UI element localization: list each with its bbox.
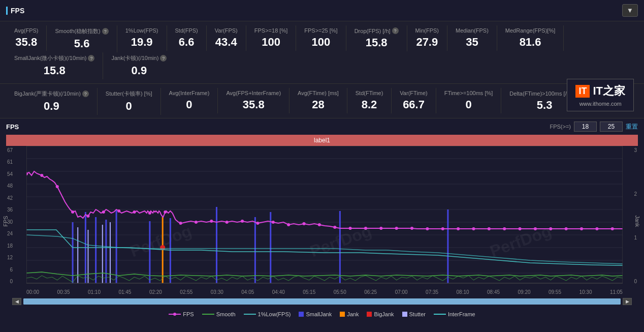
info-icon-bigjank[interactable]: ? (82, 90, 89, 97)
y-left-label: 0 (7, 279, 13, 284)
stat-label-min-fps: Min(FPS) (415, 27, 439, 34)
x-axis-label: 02:20 (149, 289, 162, 295)
svg-point-41 (472, 227, 475, 230)
info-icon-drop-fps[interactable]: ? (392, 27, 399, 34)
y-left-label: 42 (7, 195, 13, 201)
svg-point-49 (595, 227, 598, 230)
info-icon-smalljank[interactable]: ? (88, 55, 94, 62)
legend: FPSSmooth1%Low(FPS)SmallJankJankBigJankS… (0, 307, 644, 321)
stat-value-drop-fps: 15.8 (366, 36, 388, 49)
scroll-left-button[interactable]: ◀ (12, 298, 21, 305)
fps-chart-header: FPS FPS(>=) 重置 (0, 118, 644, 135)
chart-svg: PerfDog PerfDog PerfDog (26, 146, 623, 286)
svg-point-37 (410, 227, 413, 230)
stat-item-jank: Jank(卡顿)(/10min) ? 0.9 (103, 52, 175, 79)
y-left-label: 12 (7, 255, 13, 260)
stat-item-ftime100ms: FTime>=100ms [%] 0 (436, 88, 502, 113)
x-axis-label: 07:35 (426, 289, 438, 295)
svg-point-20 (148, 212, 151, 215)
stat-label-median-fps: Median(FPS) (456, 27, 489, 34)
legend-icon-smalljank-legend (299, 312, 304, 317)
stat-item-std-fps: Std(FPS) 6.6 (167, 25, 207, 51)
x-axis-label: 05:15 (303, 289, 315, 295)
stat-value-ftime100ms: 0 (465, 98, 471, 111)
stat-value-avg-interframe: 0 (186, 98, 192, 111)
stat-item-var-fps: Var(FPS) 43.4 (207, 25, 246, 51)
svg-point-53 (173, 313, 176, 316)
legend-icon-bigjank-legend (367, 312, 372, 317)
stats-section-1: Avg(FPS) 35.8Smooth(稳帧指数) ? 5.61%Low(FPS… (0, 21, 644, 84)
svg-rect-58 (367, 312, 372, 317)
svg-point-34 (364, 227, 367, 230)
svg-point-43 (503, 227, 506, 230)
x-axis-label: 01:10 (88, 289, 101, 295)
stat-label-var-fps: Var(FPS) (215, 27, 238, 34)
stat-item-min-fps: Min(FPS) 27.9 (407, 25, 447, 51)
legend-icon-stutter-legend (402, 312, 407, 317)
stat-value-smooth: 5.6 (74, 37, 90, 50)
x-axis-label: 08:10 (457, 289, 469, 295)
legend-item-bigjank-legend: BigJank (367, 311, 394, 317)
y-axis-title-right: Jank (634, 215, 640, 227)
stat-value-avg-fps: 35.8 (15, 36, 37, 49)
svg-point-14 (56, 185, 59, 188)
svg-point-33 (349, 227, 352, 230)
stat-value-medrange-fps: 81.6 (520, 36, 541, 49)
stat-label-ftime100ms: FTime>=100ms [%] (444, 90, 493, 96)
info-icon-jank[interactable]: ? (160, 55, 167, 62)
stats-row-2: BigJank(严重卡顿)(/10min) ? 0.9Stutter(卡顿率) … (6, 88, 638, 115)
x-axis-label: 08:45 (487, 289, 500, 295)
y-left-label: 54 (7, 171, 13, 177)
stat-value-median-fps: 35 (466, 36, 478, 49)
stat-item-delta-ftime: Delta(FTime)>100ms [/h] ? 5.3 (501, 88, 588, 114)
svg-point-47 (565, 227, 568, 230)
stat-value-var-ftime: 66.7 (403, 98, 425, 111)
stat-label-jank: Jank(卡顿)(/10min) ? (111, 54, 167, 62)
x-axis-label: 11:05 (610, 289, 623, 295)
svg-point-21 (164, 210, 167, 214)
fps18-input[interactable] (574, 122, 597, 132)
scrollbar-track[interactable] (23, 298, 621, 305)
reset-button[interactable]: 重置 (626, 123, 638, 131)
svg-point-42 (488, 227, 491, 230)
svg-point-50 (611, 227, 614, 230)
svg-point-32 (333, 226, 336, 229)
stat-value-jank: 0.9 (132, 64, 147, 77)
header-dropdown-button[interactable]: ▼ (622, 4, 638, 17)
stat-value-delta-ftime: 5.3 (537, 99, 553, 112)
x-axis-label: 00:00 (26, 289, 39, 295)
scrollbar-thumb[interactable] (23, 298, 621, 305)
svg-point-19 (133, 210, 136, 214)
legend-icon-fps-legend (169, 312, 181, 317)
svg-point-46 (549, 227, 552, 230)
x-axis-label: 04:05 (241, 289, 254, 295)
stat-label-smalljank: SmallJank(微小卡顿)(/10min) ? (14, 54, 94, 62)
fps25-input[interactable] (600, 122, 623, 132)
y-left-label: 48 (7, 183, 13, 189)
stat-label-bigjank: BigJank(严重卡顿)(/10min) ? (14, 90, 89, 98)
info-icon-delta-ftime[interactable]: ? (573, 90, 579, 97)
stat-item-std-ftime: Std(FTime) 8.2 (347, 88, 392, 113)
stat-label-avg-fps-interframe: Avg(FPS+InterFrame) (226, 90, 281, 96)
stat-value-stutter: 0 (126, 100, 132, 113)
info-icon-smooth[interactable]: ? (102, 28, 109, 35)
x-axis-label: 10:30 (579, 289, 592, 295)
stat-label-avg-ftime: Avg(FTime) [ms] (298, 90, 339, 96)
y-left-label: 24 (7, 231, 13, 236)
legend-label-jank-legend: Jank (347, 311, 359, 317)
x-axis-label: 07:00 (395, 289, 408, 295)
stat-item-median-fps: Median(FPS) 35 (447, 25, 497, 51)
x-axis: 00:0000:3501:1001:4502:2002:5503:3004:05… (26, 288, 623, 296)
svg-point-24 (210, 220, 213, 223)
chart-container: label1 6761544842363024181260 FPS 3210 J… (0, 135, 644, 307)
svg-point-36 (395, 227, 398, 230)
scroll-right-button[interactable]: ▶ (623, 298, 632, 305)
legend-item-interframe-legend: InterFrame (434, 311, 475, 317)
stat-label-fps18: FPS>=18 [%] (254, 27, 287, 34)
svg-point-40 (457, 227, 460, 230)
stat-item-stutter: Stutter(卡顿率) [%] 0 (98, 88, 161, 115)
legend-label-fps-legend: FPS (183, 311, 194, 317)
fps-chart-title: FPS (6, 123, 19, 131)
svg-point-31 (318, 223, 321, 226)
stat-item-drop-fps: Drop(FPS) [/h] ? 15.8 (346, 25, 407, 51)
